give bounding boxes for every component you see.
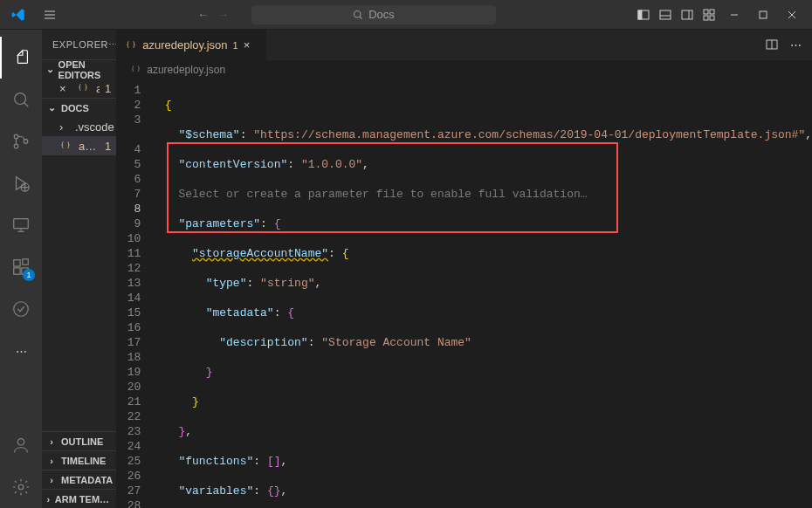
svg-point-22 [14, 144, 18, 148]
section-label: METADATA [61, 475, 113, 485]
chevron-right-icon: › [59, 120, 70, 134]
tab-bar: azuredeploy.json 1 × ⋯ [116, 30, 812, 60]
svg-rect-7 [660, 10, 671, 19]
section-label: OUTLINE [61, 436, 103, 447]
folder-label: .vscode [75, 120, 116, 134]
tab-azuredeploy[interactable]: azuredeploy.json 1 × [116, 30, 266, 60]
nav-forward-icon[interactable]: → [217, 8, 229, 21]
svg-rect-25 [14, 219, 29, 229]
svg-point-33 [17, 439, 24, 445]
title-bar: ← → Docs [0, 0, 812, 30]
more-icon[interactable]: ⋯ [0, 330, 42, 372]
svg-point-32 [14, 302, 29, 317]
source-control-icon[interactable] [0, 120, 42, 162]
layout-sidebar-left-icon[interactable] [634, 5, 653, 24]
ext-badge: 1 [23, 269, 35, 281]
outline-section[interactable]: › OUTLINE [42, 431, 116, 450]
close-button[interactable] [779, 2, 805, 28]
close-icon[interactable]: × [59, 82, 72, 95]
svg-line-20 [24, 103, 29, 107]
chevron-right-icon: › [45, 456, 58, 466]
layout-sidebar-right-icon[interactable] [678, 5, 697, 24]
explorer-more-icon[interactable]: ⋯ [108, 39, 116, 51]
svg-rect-11 [704, 10, 708, 14]
minimize-button[interactable] [721, 2, 747, 28]
editor-area: azuredeploy.json 1 × ⋯ azuredeploy.json … [116, 30, 812, 508]
layout-panel-icon[interactable] [656, 5, 675, 24]
more-actions-icon[interactable]: ⋯ [790, 38, 802, 51]
svg-rect-31 [23, 259, 28, 264]
file-label: azuredeploy.json [79, 140, 100, 153]
tab-label: azuredeploy.json [142, 38, 227, 51]
svg-point-34 [18, 484, 24, 490]
svg-rect-29 [14, 268, 20, 274]
json-file-icon [125, 39, 137, 51]
chevron-right-icon: › [45, 475, 58, 485]
docs-section[interactable]: ⌄ DOCS [42, 98, 116, 117]
code-content[interactable]: { "$schema": "https://schema.management.… [151, 79, 812, 508]
svg-point-19 [15, 93, 26, 105]
json-file-icon [77, 82, 91, 94]
svg-line-4 [360, 17, 361, 18]
testing-icon[interactable] [0, 288, 42, 330]
tab-mod-count: 1 [233, 40, 238, 51]
search-icon[interactable] [0, 79, 42, 120]
svg-rect-16 [760, 11, 767, 18]
code-editor[interactable]: 1 2 3 4 5 6 7 8 9 10 11 12 13 14 15 16 1… [116, 79, 812, 508]
chevron-right-icon: › [45, 436, 58, 447]
remote-explorer-icon[interactable] [0, 204, 42, 246]
customize-layout-icon[interactable] [699, 5, 719, 24]
nav-back-icon[interactable]: ← [197, 8, 209, 21]
section-label: TIMELINE [61, 456, 106, 466]
open-editors-section[interactable]: ⌄ OPEN EDITORS [42, 59, 116, 79]
vscode-logo-icon [9, 5, 28, 24]
line-number-gutter: 1 2 3 4 5 6 7 8 9 10 11 12 13 14 15 16 1… [116, 79, 151, 508]
maximize-button[interactable] [750, 2, 776, 28]
chevron-right-icon: › [45, 494, 52, 505]
svg-rect-14 [710, 16, 714, 20]
section-label: OPEN EDITORS [58, 59, 114, 80]
command-center-search[interactable]: Docs [251, 5, 496, 24]
svg-rect-13 [704, 16, 708, 20]
folder-vscode[interactable]: › .vscode [42, 117, 116, 136]
explorer-icon[interactable] [0, 37, 42, 79]
json-file-icon [59, 140, 73, 152]
svg-point-3 [354, 10, 361, 17]
breadcrumb[interactable]: azuredeploy.json [116, 60, 812, 79]
svg-rect-12 [710, 10, 714, 14]
arm-template-outline-section[interactable]: › ARM TEMPLATE OUTLINE [42, 489, 116, 508]
settings-gear-icon[interactable] [0, 466, 42, 508]
search-text: Docs [368, 8, 395, 21]
svg-rect-9 [682, 10, 692, 19]
menu-icon[interactable] [40, 5, 59, 24]
chevron-down-icon: ⌄ [45, 102, 58, 113]
metadata-section[interactable]: › METADATA [42, 470, 116, 489]
file-azuredeploy[interactable]: azuredeploy.json 1 [42, 136, 116, 155]
timeline-section[interactable]: › TIMELINE [42, 450, 116, 470]
explorer-title: EXPLORER [52, 39, 108, 50]
extensions-icon[interactable]: 1 [0, 246, 42, 288]
chevron-down-icon: ⌄ [45, 64, 55, 75]
explorer-sidebar: EXPLORER ⋯ ⌄ OPEN EDITORS × azuredeploy…… [42, 30, 116, 508]
section-label: ARM TEMPLATE OUTLINE [55, 494, 113, 505]
section-label: DOCS [61, 103, 89, 113]
svg-rect-28 [14, 260, 20, 266]
json-file-icon [130, 64, 141, 75]
split-editor-icon[interactable] [766, 38, 778, 51]
open-editor-item[interactable]: × azuredeploy… 1 [42, 79, 116, 98]
breadcrumb-file: azuredeploy.json [147, 64, 225, 76]
close-icon[interactable]: × [244, 38, 258, 51]
svg-rect-6 [638, 10, 642, 19]
svg-point-23 [24, 140, 28, 144]
accounts-icon[interactable] [0, 424, 42, 466]
editor-mod-count: 1 [105, 82, 111, 95]
editor-item-label: azuredeploy… [96, 82, 100, 95]
activity-bar: 1 ⋯ [0, 30, 42, 508]
svg-point-21 [14, 134, 18, 139]
run-debug-icon[interactable] [0, 162, 42, 204]
file-mod-count: 1 [105, 140, 111, 153]
